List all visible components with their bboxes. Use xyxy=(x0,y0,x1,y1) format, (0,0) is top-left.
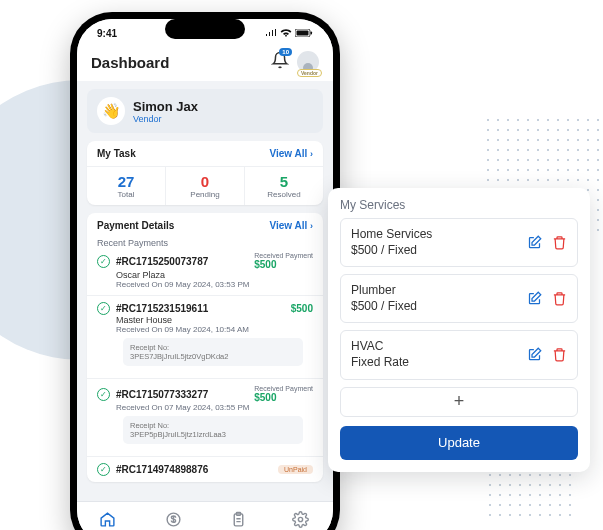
edit-icon[interactable] xyxy=(527,235,542,250)
svg-point-6 xyxy=(299,517,303,521)
stat-pending[interactable]: 0 Pending xyxy=(166,167,245,205)
payment-title: Payment Details xyxy=(97,220,174,231)
check-circle-icon: ✓ xyxy=(97,255,110,268)
payment-amount: $500 xyxy=(254,392,313,403)
tab-tasks[interactable]: Tasks xyxy=(230,511,248,530)
wifi-icon xyxy=(280,29,292,37)
payment-row[interactable]: ✓ #RC1715231519611 $500 Master House Rec… xyxy=(87,295,323,378)
add-service-button[interactable]: + xyxy=(340,387,578,417)
check-circle-icon: ✓ xyxy=(97,388,110,401)
payment-row[interactable]: ✓ #RC1715077333277 Received Payment $500… xyxy=(87,378,323,456)
home-icon xyxy=(99,511,116,528)
tab-bar: Home Payment Tasks Setting xyxy=(77,501,333,530)
payment-amount: $500 xyxy=(291,303,313,314)
gear-icon xyxy=(292,511,309,528)
page-title: Dashboard xyxy=(91,54,169,71)
avatar-role-badge: Vendor xyxy=(297,69,322,77)
notifications-button[interactable]: 10 xyxy=(271,51,289,73)
signal-icon xyxy=(265,29,277,37)
trash-icon[interactable] xyxy=(552,235,567,250)
service-row: Home Services $500 / Fixed xyxy=(340,218,578,267)
check-circle-icon: ✓ xyxy=(97,302,110,315)
phone-notch xyxy=(165,19,245,39)
edit-icon[interactable] xyxy=(527,291,542,306)
payment-details-card: Payment Details View All › Recent Paymen… xyxy=(87,213,323,482)
profile-name: Simon Jax xyxy=(133,99,198,114)
app-header: Dashboard 10 Vendor xyxy=(77,45,333,81)
avatar-button[interactable]: Vendor xyxy=(297,51,319,73)
payment-row[interactable]: ✓ #RC1715250073787 Received Payment $500… xyxy=(87,252,323,295)
update-button[interactable]: Update xyxy=(340,426,578,460)
plus-icon: + xyxy=(454,391,465,412)
phone-mockup: 9:41 Dashboard 10 Vendor xyxy=(70,12,340,530)
tab-payment[interactable]: Payment xyxy=(159,511,187,530)
my-task-view-all[interactable]: View All › xyxy=(269,148,313,159)
trash-icon[interactable] xyxy=(552,291,567,306)
recent-payments-label: Recent Payments xyxy=(87,238,323,252)
profile-role: Vendor xyxy=(133,114,198,124)
tab-home[interactable]: Home xyxy=(98,511,117,530)
status-indicators xyxy=(265,29,313,37)
trash-icon[interactable] xyxy=(552,347,567,362)
my-task-card: My Task View All › 27 Total 0 Pending 5 … xyxy=(87,141,323,205)
status-time: 9:41 xyxy=(97,28,117,39)
check-circle-icon: ✓ xyxy=(97,463,110,476)
payment-row[interactable]: ✓ #RC1714974898876 UnPaid xyxy=(87,456,323,482)
payment-amount: $500 xyxy=(254,259,313,270)
receipt-box: Receipt No: 3PEP5pBjJruIL5jtz1IzrdLaa3 xyxy=(123,416,303,444)
clipboard-icon xyxy=(230,511,247,528)
wave-icon: 👋 xyxy=(97,97,125,125)
stat-total[interactable]: 27 Total xyxy=(87,167,166,205)
profile-card[interactable]: 👋 Simon Jax Vendor xyxy=(87,89,323,133)
svg-rect-1 xyxy=(297,31,309,36)
my-services-title: My Services xyxy=(340,198,578,212)
service-row: HVAC Fixed Rate xyxy=(340,330,578,379)
my-task-title: My Task xyxy=(97,148,136,159)
dollar-icon xyxy=(165,511,182,528)
payment-view-all[interactable]: View All › xyxy=(269,220,313,231)
tab-setting[interactable]: Setting xyxy=(290,511,312,530)
service-row: Plumber $500 / Fixed xyxy=(340,274,578,323)
stat-resolved[interactable]: 5 Resolved xyxy=(245,167,323,205)
notif-count-badge: 10 xyxy=(279,48,292,56)
svg-rect-2 xyxy=(311,32,313,35)
edit-icon[interactable] xyxy=(527,347,542,362)
phone-screen: 9:41 Dashboard 10 Vendor xyxy=(77,19,333,530)
my-services-panel: My Services Home Services $500 / Fixed P… xyxy=(328,188,590,472)
unpaid-badge: UnPaid xyxy=(278,465,313,474)
battery-icon xyxy=(295,29,313,37)
receipt-box: Receipt No: 3PES7JBjJruIL5jtz0VgDKda2 xyxy=(123,338,303,366)
